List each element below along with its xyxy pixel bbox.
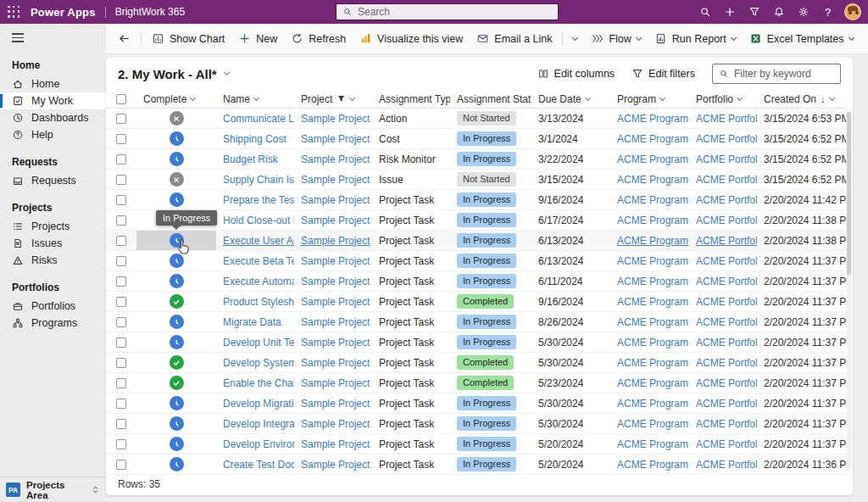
project-link[interactable]: Sample Project bbox=[301, 113, 370, 125]
portfolio-link[interactable]: ACME Portfolio bbox=[696, 438, 757, 450]
table-row[interactable]: Execute Automated...Sample ProjectProjec… bbox=[106, 271, 846, 292]
sidebar-item-portfolios[interactable]: Portfolios bbox=[0, 298, 106, 315]
portfolio-link[interactable]: ACME Portfolio bbox=[696, 418, 757, 430]
row-checkbox[interactable] bbox=[116, 154, 126, 165]
completed-icon[interactable] bbox=[170, 376, 184, 390]
table-row[interactable]: Develop Unit TestsSample ProjectProject … bbox=[106, 332, 846, 353]
name-link[interactable]: Shipping Cost bbox=[223, 133, 287, 145]
row-checkbox[interactable] bbox=[116, 195, 126, 205]
waffle-icon[interactable] bbox=[8, 6, 20, 19]
command-email-a-link[interactable]: Email a Link bbox=[470, 28, 559, 50]
project-link[interactable]: Sample Project bbox=[301, 398, 370, 410]
name-link[interactable]: Execute User Accep... bbox=[223, 235, 294, 247]
name-link[interactable]: Develop Migration ... bbox=[223, 398, 294, 410]
not-started-icon[interactable] bbox=[170, 172, 184, 187]
project-link[interactable]: Sample Project bbox=[301, 153, 370, 165]
sidebar-item-help[interactable]: Help bbox=[0, 126, 106, 143]
sidebar-item-dashboards[interactable]: Dashboards bbox=[0, 109, 106, 126]
project-link[interactable]: Sample Project bbox=[301, 174, 370, 186]
name-link[interactable]: Develop Integration... bbox=[223, 418, 294, 430]
column-header-project[interactable]: Project bbox=[294, 93, 372, 105]
keyword-filter-box[interactable] bbox=[712, 64, 841, 84]
in-progress-icon[interactable] bbox=[170, 335, 184, 349]
program-link[interactable]: ACME Program bbox=[617, 438, 688, 450]
in-progress-icon[interactable] bbox=[170, 437, 184, 451]
table-row[interactable]: Execute User Accep...Sample ProjectProje… bbox=[106, 231, 846, 251]
table-row[interactable]: Migrate DataSample ProjectProject TaskIn… bbox=[106, 312, 846, 332]
area-switcher[interactable]: PA Projects Area bbox=[0, 477, 106, 502]
table-row[interactable]: Develop Migration ...Sample ProjectProje… bbox=[106, 393, 846, 414]
column-header-portfolio[interactable]: Portfolio bbox=[689, 93, 757, 105]
row-checkbox[interactable] bbox=[116, 134, 126, 144]
sidebar-item-risks[interactable]: Risks bbox=[0, 252, 106, 269]
name-link[interactable]: Create Test Docume... bbox=[223, 459, 294, 471]
row-checkbox[interactable] bbox=[116, 439, 126, 449]
portfolio-link[interactable]: ACME Portfolio bbox=[696, 174, 757, 186]
command-visualize-this-view[interactable]: Visualize this view bbox=[353, 28, 470, 50]
program-link[interactable]: ACME Program bbox=[617, 337, 688, 349]
program-link[interactable]: ACME Program bbox=[617, 153, 688, 165]
project-link[interactable]: Sample Project bbox=[301, 438, 370, 450]
row-checkbox[interactable] bbox=[116, 317, 126, 327]
portfolio-link[interactable]: ACME Portfolio bbox=[696, 235, 757, 247]
name-link[interactable]: Budget Risk bbox=[223, 153, 278, 165]
command-excel-templates[interactable]: Excel Templates bbox=[743, 28, 860, 50]
project-link[interactable]: Sample Project bbox=[301, 194, 370, 206]
name-link[interactable]: Execute Automated... bbox=[223, 276, 294, 287]
name-link[interactable]: Product Stylesheet bbox=[223, 296, 294, 308]
table-row[interactable]: Budget RiskSample ProjectRisk MonitorIn … bbox=[106, 149, 846, 170]
not-started-icon[interactable] bbox=[170, 111, 184, 126]
in-progress-icon[interactable] bbox=[170, 131, 184, 146]
column-header-assignment-type[interactable]: Assignment Type bbox=[372, 93, 450, 105]
command-run-report[interactable]: Run Report bbox=[648, 28, 743, 50]
program-link[interactable]: ACME Program bbox=[617, 276, 688, 287]
name-link[interactable]: Hold Close-out Me... bbox=[223, 215, 294, 226]
keyword-filter-input[interactable] bbox=[734, 68, 834, 80]
row-checkbox[interactable] bbox=[116, 419, 126, 429]
program-link[interactable]: ACME Program bbox=[617, 418, 688, 430]
project-link[interactable]: Sample Project bbox=[301, 276, 370, 287]
project-link[interactable]: Sample Project bbox=[301, 357, 370, 369]
portfolio-link[interactable]: ACME Portfolio bbox=[696, 459, 757, 471]
row-checkbox[interactable] bbox=[116, 236, 126, 246]
edit-columns-button[interactable]: Edit columns bbox=[537, 68, 615, 80]
in-progress-icon[interactable] bbox=[170, 396, 184, 410]
portfolio-link[interactable]: ACME Portfolio bbox=[696, 153, 757, 165]
command-flow[interactable]: Flow bbox=[584, 28, 647, 50]
sidebar-item-requests[interactable]: Requests bbox=[0, 172, 106, 189]
program-link[interactable]: ACME Program bbox=[617, 133, 688, 145]
gear-icon[interactable] bbox=[792, 1, 815, 23]
avatar[interactable] bbox=[844, 3, 861, 20]
sidebar-item-issues[interactable]: Issues bbox=[0, 235, 106, 252]
table-row[interactable]: Shipping CostSample ProjectCostIn Progre… bbox=[106, 129, 846, 149]
row-checkbox[interactable] bbox=[116, 114, 126, 124]
column-header-program[interactable]: Program bbox=[610, 93, 689, 105]
row-checkbox[interactable] bbox=[116, 358, 126, 368]
row-checkbox[interactable] bbox=[116, 276, 126, 287]
program-link[interactable]: ACME Program bbox=[617, 174, 688, 186]
bell-icon[interactable] bbox=[767, 1, 790, 23]
row-checkbox[interactable] bbox=[116, 256, 126, 266]
vertical-scrollbar[interactable] bbox=[846, 110, 852, 471]
table-row[interactable]: Enable the Change I...Sample ProjectProj… bbox=[106, 373, 846, 393]
program-link[interactable]: ACME Program bbox=[617, 316, 688, 328]
table-row[interactable]: Communicate LaunchSample ProjectActionNo… bbox=[106, 109, 846, 129]
table-row[interactable]: Product StylesheetSample ProjectProject … bbox=[106, 292, 846, 312]
in-progress-icon[interactable] bbox=[170, 416, 184, 431]
project-link[interactable]: Sample Project bbox=[301, 459, 370, 471]
program-link[interactable]: ACME Program bbox=[617, 459, 688, 471]
program-link[interactable]: ACME Program bbox=[617, 255, 688, 267]
sidebar-item-my-work[interactable]: My Work bbox=[0, 92, 106, 109]
global-search-box[interactable] bbox=[336, 3, 559, 20]
portfolio-link[interactable]: ACME Portfolio bbox=[696, 113, 757, 125]
name-link[interactable]: Enable the Change I... bbox=[223, 377, 294, 389]
table-row[interactable]: Create Test Docume...Sample ProjectProje… bbox=[106, 455, 846, 475]
portfolio-link[interactable]: ACME Portfolio bbox=[696, 398, 757, 410]
name-link[interactable]: Migrate Data bbox=[223, 316, 281, 328]
project-link[interactable]: Sample Project bbox=[301, 255, 370, 267]
portfolio-link[interactable]: ACME Portfolio bbox=[696, 276, 757, 287]
name-link[interactable]: Develop Unit Tests bbox=[223, 337, 294, 349]
command-refresh[interactable]: Refresh bbox=[284, 28, 353, 50]
completed-icon[interactable] bbox=[170, 294, 184, 309]
in-progress-icon[interactable] bbox=[170, 152, 184, 166]
